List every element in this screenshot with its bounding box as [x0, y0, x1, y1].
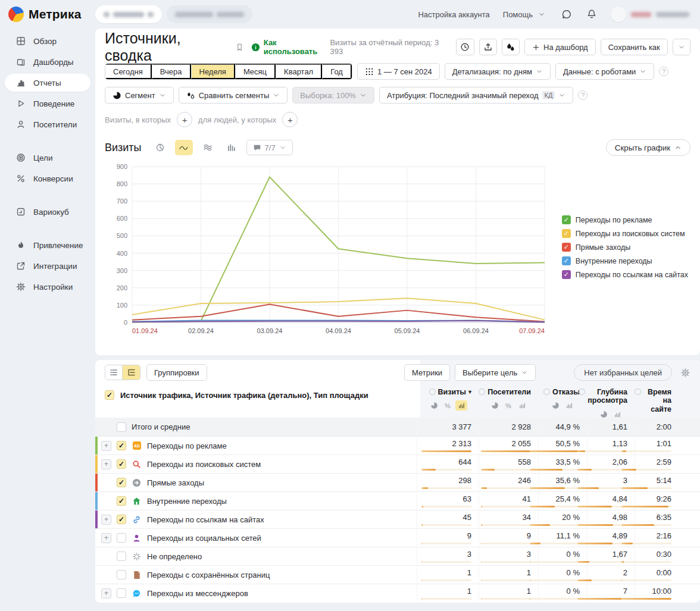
table-row[interactable]: Переходы с сохранённых страниц110 %20:00 [95, 565, 700, 584]
attribution-dropdown[interactable]: Атрибуция: Последний значимый переход КД [379, 87, 573, 104]
sidebar-item-variocube[interactable]: Вариокуб [5, 203, 90, 221]
row-checkbox[interactable]: ✓ [117, 478, 126, 487]
add-visit-condition-button[interactable]: + [177, 112, 192, 127]
export-button[interactable] [479, 39, 497, 55]
series-count-dropdown[interactable]: 7/7 [246, 140, 293, 155]
row-checkbox[interactable] [117, 422, 126, 432]
question-icon[interactable]: ? [578, 90, 588, 100]
sidebar-item-dashboards[interactable]: Дашборды [5, 53, 90, 71]
counter-tab[interactable] [167, 5, 252, 23]
expand-row-button[interactable]: + [101, 533, 111, 543]
area-chart-view-button[interactable] [199, 140, 217, 155]
sidebar-item-goals[interactable]: Цели [5, 149, 90, 167]
how-to-use-link[interactable]: i Как использовать [251, 38, 330, 56]
legend-item[interactable]: ✓Переходы по рекламе [562, 215, 688, 224]
column-chart-view-button[interactable] [223, 140, 240, 155]
table-row[interactable]: +Переходы из социальных сетей9911,1 %4,8… [95, 528, 700, 547]
metrica-mark-button[interactable] [502, 39, 520, 55]
bookmark-icon[interactable] [235, 43, 244, 52]
expand-row-button[interactable]: + [101, 459, 111, 469]
table-row[interactable]: Итого и средние3 3772 92844,9 %1,612:00 [95, 418, 700, 436]
add-people-condition-button[interactable]: + [282, 112, 298, 127]
groupings-button[interactable]: Группировки [146, 364, 207, 381]
sidebar-item-reports[interactable]: Отчеты [5, 74, 90, 92]
goal-select-dropdown[interactable]: Выберите цель [455, 364, 536, 381]
bars-toggle-icon[interactable] [455, 400, 467, 411]
table-row[interactable]: ✓Прямые заходы29824635,6 %35:14 [95, 473, 700, 491]
add-to-dashboard-button[interactable]: На дашборд [524, 39, 596, 55]
metrics-button[interactable]: Метрики [404, 364, 450, 381]
row-checkbox[interactable] [117, 533, 126, 543]
info-icon[interactable] [635, 388, 641, 395]
pie-toggle-icon[interactable] [428, 400, 440, 411]
bars-toggle-icon[interactable] [564, 400, 576, 411]
pie-toggle-icon[interactable] [550, 400, 562, 411]
metric-column-label[interactable]: Время на сайте [635, 388, 679, 413]
row-checkbox[interactable] [117, 588, 126, 598]
table-row[interactable]: +✓ADПереходы по рекламе2 3132 05550,5 %1… [95, 436, 700, 455]
tree-view-button[interactable] [123, 365, 140, 380]
compare-segments-dropdown[interactable]: Сравнить сегменты [179, 87, 288, 104]
user-account[interactable] [611, 7, 689, 22]
info-icon[interactable] [543, 388, 550, 395]
table-row[interactable]: +✓Переходы из поисковых систем64455833,5… [95, 455, 700, 473]
history-button[interactable] [456, 39, 474, 55]
legend-item[interactable]: ✓Переходы по ссылкам на сайтах [562, 270, 688, 279]
chat-icon[interactable] [561, 8, 573, 20]
question-icon[interactable]: ? [659, 67, 668, 76]
period-button-вчера[interactable]: Вчера [152, 64, 191, 79]
table-settings-gear-icon[interactable] [680, 368, 690, 378]
sidebar-item-attraction[interactable]: Привлечение [5, 236, 90, 254]
metrica-logo[interactable]: Метрика [8, 7, 95, 22]
sidebar-item-settings[interactable]: Настройки [5, 278, 90, 296]
period-button-квартал[interactable]: Квартал [276, 64, 322, 79]
expand-row-button[interactable]: + [101, 441, 111, 451]
period-button-год[interactable]: Год [322, 64, 352, 79]
metric-column-label[interactable]: Посетители [479, 388, 538, 396]
sidebar-item-conversions[interactable]: Конверсии [5, 170, 90, 187]
info-icon[interactable] [479, 388, 485, 395]
save-as-button[interactable]: Сохранить как [601, 39, 668, 55]
period-button-неделя[interactable]: Неделя [191, 64, 235, 79]
row-checkbox[interactable]: ✓ [117, 459, 126, 469]
legend-item[interactable]: ✓Внутренние переходы [562, 256, 688, 265]
percent-toggle[interactable]: % [442, 400, 454, 411]
expand-row-button[interactable]: + [101, 588, 111, 599]
bell-icon[interactable] [586, 8, 598, 20]
sidebar-item-integrations[interactable]: Интеграции [5, 257, 90, 275]
help-menu[interactable]: Помощь [503, 8, 548, 20]
period-button-сегодня[interactable]: Сегодня [105, 64, 152, 79]
sidebar-item-overview[interactable]: Обзор [5, 32, 90, 50]
date-range-button[interactable]: 1 — 7 сен 2024 [357, 63, 440, 80]
bars-toggle-icon[interactable] [516, 400, 528, 411]
list-view-button[interactable] [105, 365, 123, 380]
row-checkbox[interactable]: ✓ [117, 496, 126, 506]
legend-item[interactable]: ✓Переходы из поисковых систем [562, 229, 688, 238]
table-row[interactable]: +Переходы из мессенджеров110 %710:00 [95, 584, 700, 602]
metric-column-label[interactable]: Визиты▾ [417, 388, 479, 396]
table-row[interactable]: ✓Внутренние переходы634125,4 %4,849:26 [95, 491, 700, 510]
sidebar-item-behavior[interactable]: Поведение [5, 95, 90, 112]
detalization-dropdown[interactable]: Детализация: по дням [445, 63, 551, 80]
hide-graph-button[interactable]: Скрыть график [606, 139, 690, 156]
data-robots-dropdown[interactable]: Данные: с роботами [555, 63, 654, 80]
save-as-menu-button[interactable] [673, 39, 690, 55]
info-icon[interactable] [429, 388, 436, 395]
line-chart-view-button[interactable] [175, 140, 193, 155]
row-checkbox[interactable]: ✓ [117, 441, 126, 450]
percent-toggle[interactable]: % [502, 400, 514, 411]
sampling-dropdown[interactable]: Выборка: 100% [292, 87, 374, 104]
account-settings-link[interactable]: Настройка аккаунта [418, 10, 489, 19]
legend-item[interactable]: ✓Прямые заходы [562, 243, 688, 252]
pie-toggle-icon[interactable] [489, 400, 501, 411]
no-goals-pill[interactable]: Нет избранных целей [574, 364, 672, 381]
table-row[interactable]: Не определено330 %1,670:30 [95, 547, 700, 565]
row-checkbox[interactable] [117, 570, 126, 579]
table-row[interactable]: +✓Переходы по ссылкам на сайтах453420 %4… [95, 510, 700, 528]
metric-column-label[interactable]: Глубина просмотра [587, 388, 635, 405]
counter-tab-active[interactable] [95, 5, 162, 23]
sidebar-item-visitors[interactable]: Посетители [5, 115, 90, 133]
row-checkbox[interactable] [117, 552, 126, 561]
segment-dropdown[interactable]: Сегмент [105, 87, 174, 104]
pie-chart-view-button[interactable] [151, 140, 169, 155]
